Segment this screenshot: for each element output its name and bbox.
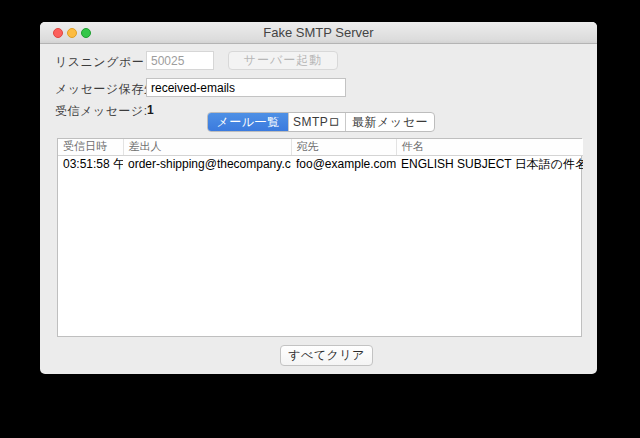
table-row[interactable]: 03:51:58 午後 order-shipping@thecompany.co… [58,155,583,173]
title-bar: Fake SMTP Server [40,22,597,44]
column-header-recipient[interactable]: 宛先 [291,139,396,155]
clear-all-button[interactable]: すべてクリア [280,345,373,366]
tab-mail-list[interactable]: メール一覧 [208,113,288,131]
view-tabs: メール一覧 SMTPログ 最新メッセージ [207,112,435,132]
tab-latest-message[interactable]: 最新メッセージ [345,113,434,131]
cell-recipient: foo@example.com [291,155,396,173]
column-header-subject[interactable]: 件名 [396,139,583,155]
received-count-label: 受信メッセージ: [55,103,147,120]
cell-sender: order-shipping@thecompany.com [123,155,291,173]
app-window: Fake SMTP Server リスニングポート: サーバー起動 メッセージ保… [40,22,597,374]
window-title: Fake SMTP Server [40,22,597,44]
column-header-sender[interactable]: 差出人 [123,139,291,155]
port-input[interactable] [146,51,214,70]
start-server-button[interactable]: サーバー起動 [228,51,338,70]
save-dir-input[interactable] [146,78,346,97]
tab-smtp-log[interactable]: SMTPログ [288,113,345,131]
port-label: リスニングポート: [55,54,161,71]
cell-received-at: 03:51:58 午後 [58,155,123,173]
received-count-value: 1 [147,103,154,117]
table-header-row: 受信日時 差出人 宛先 件名 [58,139,583,155]
column-header-received-at[interactable]: 受信日時 [58,139,123,155]
save-dir-label: メッセージ保存先: [55,81,160,98]
mail-table: 受信日時 差出人 宛先 件名 03:51:58 午後 order-shippin… [57,138,582,337]
cell-subject: ENGLISH SUBJECT 日本語の件名 [396,155,583,173]
